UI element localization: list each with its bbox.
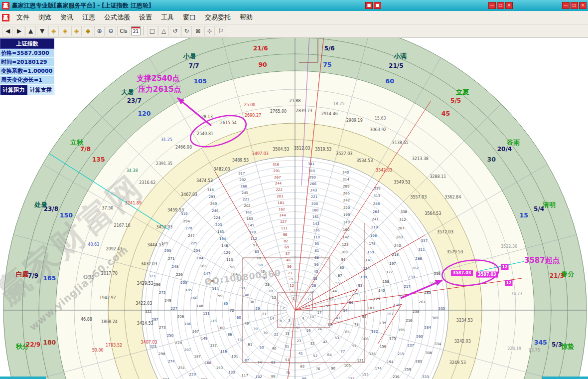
svg-text:198: 198 [370, 234, 377, 238]
svg-text:101: 101 [231, 355, 238, 359]
zoom-in-icon[interactable]: ⊕ [94, 26, 105, 36]
svg-text:283: 283 [415, 360, 422, 364]
menu-item[interactable]: 窗口 [178, 13, 200, 22]
svg-text:3242.03: 3242.03 [454, 339, 471, 344]
svg-text:83: 83 [255, 250, 259, 254]
svg-text:259: 259 [405, 368, 411, 372]
window-frame-bottom-left [0, 377, 46, 379]
svg-text:57: 57 [286, 252, 290, 256]
toolbar-separator [144, 26, 144, 35]
svg-text:139: 139 [380, 321, 386, 325]
svg-text:81: 81 [314, 249, 319, 253]
svg-text:241: 241 [372, 217, 378, 221]
svg-text:165: 165 [43, 274, 56, 282]
menu-item[interactable]: 公式选股 [100, 13, 135, 22]
app-restore-button[interactable]: □ [571, 2, 578, 9]
info-row: 价格=3587.0300 [0, 49, 54, 58]
child-minimize-button[interactable]: — [488, 2, 496, 9]
rotate-cw-icon[interactable]: ↻ [181, 26, 192, 36]
calc-support-button[interactable]: 计算支撑 [27, 85, 55, 95]
calendar-icon[interactable]: 21 [131, 26, 141, 35]
svg-text:3512.30: 3512.30 [501, 244, 517, 249]
svg-text:75: 75 [323, 61, 331, 68]
svg-text:292: 292 [239, 178, 246, 182]
svg-text:228: 228 [175, 341, 182, 345]
menu-item[interactable]: 浏览 [34, 13, 56, 22]
svg-text:99: 99 [218, 294, 223, 298]
triangle-tool-icon[interactable]: △ [158, 26, 169, 36]
svg-text:56: 56 [314, 263, 319, 267]
title-tool-b[interactable]: ■ [374, 2, 381, 9]
svg-text:谷雨: 谷雨 [506, 139, 520, 146]
flag-icon[interactable]: ⚐ [216, 26, 226, 36]
pointer-up-icon[interactable]: ▲ [25, 26, 36, 36]
title-tool-a[interactable]: ■ [365, 2, 373, 9]
svg-text:21/3: 21/3 [550, 272, 564, 279]
svg-text:180: 180 [43, 339, 56, 346]
svg-text:141: 141 [365, 258, 372, 262]
app-minimize-button[interactable]: — [562, 2, 570, 9]
pointer-down-icon[interactable]: ▼ [37, 26, 47, 36]
app-close-button[interactable]: × [579, 2, 587, 9]
gann-box-icon[interactable]: ◈ [71, 26, 82, 36]
svg-text:3557.03: 3557.03 [410, 195, 427, 199]
svg-text:238: 238 [413, 310, 419, 314]
child-restore-button[interactable]: □ [497, 2, 504, 9]
menu-item[interactable]: 交易委托 [200, 13, 235, 22]
back-icon[interactable]: ◀ [2, 26, 13, 36]
svg-text:166: 166 [191, 296, 198, 300]
svg-text:7/7: 7/7 [189, 62, 199, 69]
svg-text:148: 148 [196, 304, 203, 308]
svg-text:295: 295 [164, 249, 171, 253]
svg-text:3: 3 [289, 319, 291, 323]
svg-text:179: 179 [343, 220, 350, 224]
svg-text:176: 176 [393, 303, 400, 307]
forward-icon[interactable]: ▶ [14, 26, 24, 36]
svg-text:336: 336 [434, 272, 441, 276]
svg-text:49: 49 [244, 322, 249, 326]
menu-item[interactable]: 资讯 [56, 13, 78, 22]
crosshair-icon[interactable]: ⊹ [204, 26, 215, 36]
svg-text:229: 229 [189, 373, 196, 377]
rect-tool-icon[interactable]: □ [147, 26, 157, 36]
svg-text:74.73: 74.73 [511, 292, 522, 296]
menu-item[interactable]: 江恩 [78, 13, 100, 22]
menu-item[interactable]: 帮助 [235, 13, 257, 22]
svg-text:67: 67 [338, 274, 342, 278]
svg-text:21/5: 21/5 [389, 62, 403, 69]
svg-text:8: 8 [280, 319, 282, 323]
cls-button[interactable]: Cls [117, 26, 130, 36]
delete-box-icon[interactable]: ⊠ [193, 26, 203, 36]
gann-fan-icon[interactable]: ◈ [48, 26, 59, 36]
gann-wheel-icon[interactable]: ◆ [83, 26, 93, 36]
svg-text:87: 87 [245, 359, 249, 363]
svg-text:135: 135 [92, 156, 105, 163]
child-close-button[interactable]: × [505, 2, 513, 9]
svg-text:48: 48 [245, 293, 249, 297]
svg-text:46: 46 [286, 258, 291, 262]
svg-text:71: 71 [237, 279, 241, 283]
svg-text:296: 296 [154, 283, 161, 287]
svg-text:58: 58 [258, 263, 263, 267]
svg-text:288: 288 [373, 202, 380, 206]
svg-text:45: 45 [441, 110, 450, 117]
zoom-out-icon[interactable]: ⊖ [106, 26, 116, 36]
calc-resistance-button[interactable]: 计算阻力 [0, 85, 27, 95]
menu-item[interactable]: 文件 [12, 13, 34, 22]
svg-text:33: 33 [327, 323, 332, 327]
svg-text:3489.53: 3489.53 [232, 158, 249, 163]
menu-item[interactable]: 设置 [135, 13, 156, 22]
svg-text:3504.53: 3504.53 [273, 147, 289, 152]
svg-text:85: 85 [224, 302, 228, 306]
svg-text:5/6: 5/6 [324, 45, 335, 52]
rotate-ccw-icon[interactable]: ↺ [170, 26, 180, 36]
svg-text:145: 145 [248, 223, 254, 227]
svg-text:55: 55 [335, 281, 340, 285]
svg-text:3234.53: 3234.53 [456, 318, 473, 323]
svg-text:1793.52: 1793.52 [106, 343, 122, 348]
gann-grid-icon[interactable]: ◈ [60, 26, 70, 36]
svg-text:334: 334 [435, 342, 441, 346]
menu-item[interactable]: 工具 [156, 13, 178, 22]
svg-text:333: 333 [422, 375, 429, 379]
svg-text:265: 265 [343, 191, 350, 195]
